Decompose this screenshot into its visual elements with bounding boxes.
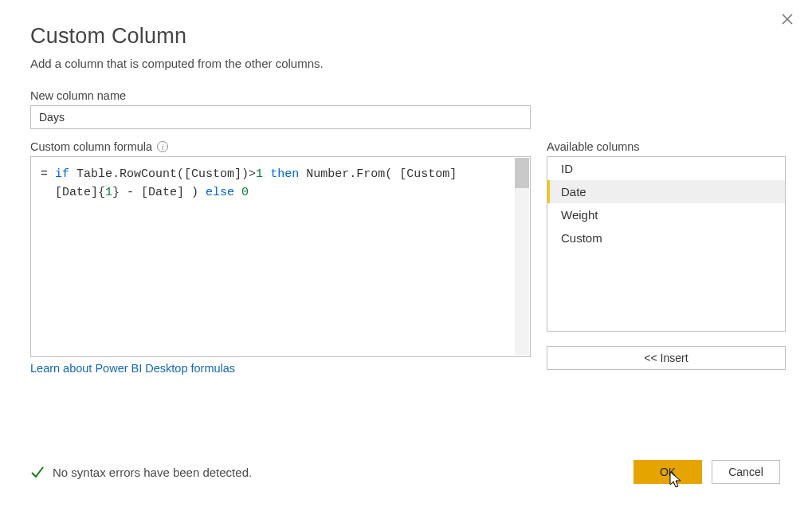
formula-sp1: [263, 167, 270, 181]
ok-button-label: OK: [660, 466, 676, 478]
formula-num2: 1: [105, 186, 112, 199]
formula-line2a: [Date]{: [55, 186, 105, 199]
dialog-subtitle: Add a column that is computed from the o…: [30, 57, 780, 70]
formula-label: Custom column formula i: [30, 140, 531, 153]
cancel-button[interactable]: Cancel: [712, 460, 780, 484]
formula-seg2: Number.From( [Custom]: [299, 167, 457, 181]
new-column-name-label: New column name: [30, 89, 780, 102]
insert-button-label: << Insert: [644, 352, 688, 364]
checkmark-icon: [30, 465, 45, 479]
available-columns-list[interactable]: IDDateWeightCustom: [547, 156, 786, 332]
formula-num3: 0: [241, 186, 249, 199]
close-icon[interactable]: [775, 8, 799, 30]
formula-num1: 1: [256, 167, 263, 181]
custom-column-dialog: Custom Column Add a column that is compu…: [0, 0, 812, 511]
insert-button[interactable]: << Insert: [547, 346, 786, 370]
info-icon[interactable]: i: [157, 141, 168, 152]
list-item[interactable]: Custom: [547, 226, 785, 250]
formula-kw-else: else: [206, 186, 234, 199]
formula-sp2: [234, 186, 241, 199]
formula-line2b: } - [Date] ): [112, 186, 206, 199]
formula-scrollbar[interactable]: [515, 158, 529, 356]
status-text: No syntax errors have been detected.: [53, 466, 252, 479]
formula-kw-if: if: [55, 167, 69, 181]
dialog-title: Custom Column: [30, 24, 780, 49]
status-bar: No syntax errors have been detected.: [30, 465, 252, 479]
available-columns-label-text: Available columns: [547, 140, 640, 153]
cancel-button-label: Cancel: [728, 466, 763, 478]
learn-formulas-link[interactable]: Learn about Power BI Desktop formulas: [30, 362, 235, 375]
list-item[interactable]: ID: [547, 157, 785, 180]
new-column-name-label-text: New column name: [30, 89, 126, 102]
formula-label-text: Custom column formula: [30, 140, 152, 153]
formula-kw-then: then: [270, 167, 299, 181]
list-item[interactable]: Weight: [547, 203, 785, 226]
new-column-name-input[interactable]: [30, 105, 531, 129]
formula-eq: =: [41, 167, 48, 181]
formula-editor[interactable]: = if Table.RowCount([Custom])>1 then Num…: [30, 156, 531, 357]
list-item[interactable]: Date: [547, 180, 785, 203]
formula-scrollbar-thumb[interactable]: [515, 158, 529, 188]
ok-button[interactable]: OK: [634, 460, 702, 484]
available-columns-label: Available columns: [547, 140, 786, 153]
formula-seg1: Table.RowCount([Custom])>: [69, 167, 256, 181]
